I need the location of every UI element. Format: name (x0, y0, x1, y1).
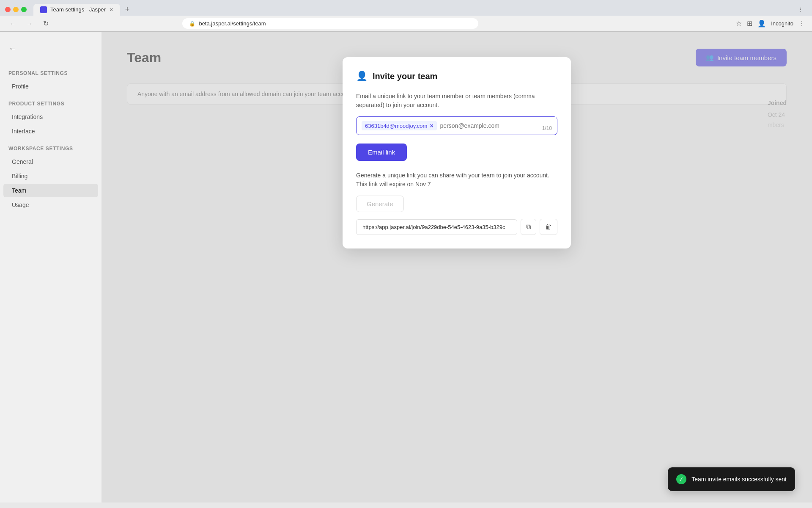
email-tag-remove-button[interactable]: × (430, 122, 433, 129)
email-count: 1/10 (542, 125, 552, 131)
tab-bar: Team settings - Jasper ✕ + ⋮ (0, 0, 812, 16)
traffic-lights (5, 7, 27, 12)
personal-settings-section: Personal settings (0, 64, 102, 79)
reload-button[interactable]: ↻ (41, 19, 51, 28)
tab-close-button[interactable]: ✕ (109, 7, 113, 13)
toast-success-icon: ✓ (676, 474, 686, 484)
share-link-row: ⧉ 🗑 (356, 219, 557, 235)
modal-user-icon: 👤 (356, 71, 368, 82)
address-bar-right: ☆ ⊞ 👤 Incognito ⋮ (736, 19, 805, 28)
share-link-input[interactable] (356, 219, 517, 235)
sidebar-item-team[interactable]: Team (3, 184, 98, 197)
sidebar-item-usage[interactable]: Usage (3, 198, 98, 212)
email-link-button[interactable]: Email link (356, 144, 407, 161)
active-tab[interactable]: Team settings - Jasper ✕ (33, 4, 120, 16)
more-options-icon[interactable]: ⋮ (798, 19, 805, 28)
link-section-description: Generate a unique link you can share wit… (356, 171, 557, 189)
address-bar: ← → ↻ 🔒 beta.jasper.ai/settings/team ☆ ⊞… (0, 16, 812, 31)
sidebar: ← Personal settings Profile Product sett… (0, 32, 102, 502)
incognito-label: Incognito (771, 20, 793, 27)
forward-button[interactable]: → (24, 19, 36, 28)
tab-title: Team settings - Jasper (50, 6, 106, 13)
email-tag-text: 63631b4d@moodjoy.com (365, 123, 427, 129)
back-button[interactable]: ← (7, 19, 19, 28)
url-text: beta.jasper.ai/settings/team (199, 20, 266, 27)
tab-more-button[interactable]: ⋮ (794, 5, 807, 15)
copy-link-button[interactable]: ⧉ (521, 219, 536, 235)
modal-header: 👤 Invite your team (356, 71, 557, 82)
invite-team-modal: 👤 Invite your team Email a unique link t… (343, 57, 571, 248)
url-bar[interactable]: 🔒 beta.jasper.ai/settings/team (182, 18, 478, 29)
email-input[interactable] (440, 122, 552, 129)
new-tab-button[interactable]: + (122, 3, 133, 16)
generate-button[interactable]: Generate (356, 196, 404, 212)
modal-backdrop: 👤 Invite your team Email a unique link t… (102, 32, 812, 502)
delete-link-button[interactable]: 🗑 (540, 219, 557, 235)
sidebar-item-integrations[interactable]: Integrations (3, 110, 98, 124)
email-input-area[interactable]: 63631b4d@moodjoy.com × 1/10 (356, 116, 557, 135)
workspace-settings-section: Workspace settings (0, 139, 102, 154)
browser-chrome: Team settings - Jasper ✕ + ⋮ ← → ↻ 🔒 bet… (0, 0, 812, 32)
incognito-badge: Incognito (771, 20, 793, 27)
product-settings-section: Product settings (0, 94, 102, 109)
maximize-traffic-light[interactable] (21, 7, 27, 12)
extensions-icon[interactable]: ⊞ (747, 19, 752, 28)
checkmark-icon: ✓ (679, 476, 684, 483)
bookmark-icon[interactable]: ☆ (736, 19, 742, 28)
close-traffic-light[interactable] (5, 7, 11, 12)
page: ← Personal settings Profile Product sett… (0, 32, 812, 502)
minimize-traffic-light[interactable] (13, 7, 19, 12)
main-content: Team 👥 Invite team members Anyone with a… (102, 32, 812, 502)
email-tag: 63631b4d@moodjoy.com × (362, 121, 437, 130)
modal-description: Email a unique link to your team member … (356, 92, 557, 110)
toast-message: Team invite emails successfully sent (691, 476, 787, 483)
tab-favicon (40, 6, 47, 13)
sidebar-item-interface[interactable]: Interface (3, 124, 98, 138)
lock-icon: 🔒 (189, 21, 195, 27)
toast-notification: ✓ Team invite emails successfully sent (668, 467, 795, 491)
trash-icon: 🗑 (545, 223, 552, 230)
profile-icon[interactable]: 👤 (757, 19, 766, 28)
sidebar-item-billing[interactable]: Billing (3, 169, 98, 183)
sidebar-item-profile[interactable]: Profile (3, 80, 98, 93)
sidebar-item-general[interactable]: General (3, 155, 98, 168)
sidebar-back-button[interactable]: ← (0, 40, 102, 57)
modal-title: Invite your team (373, 72, 437, 81)
